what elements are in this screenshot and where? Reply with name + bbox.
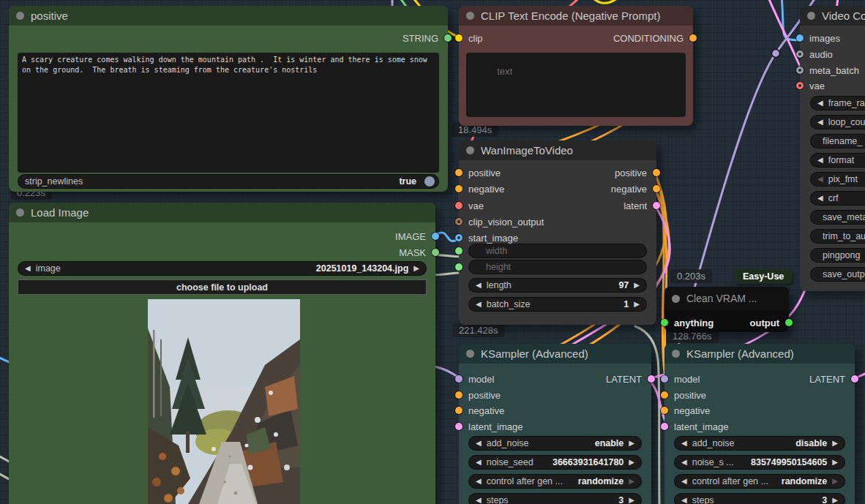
node-load-image-header[interactable]: Load Image [9, 203, 435, 222]
input-slot-audio[interactable] [796, 50, 804, 58]
node-clip-header[interactable]: CLIP Text Encode (Negative Prompt) [459, 6, 693, 26]
combo-left-arrow-icon[interactable]: ◀ [817, 99, 823, 107]
add-noise-widget[interactable]: ◀ add_noise enable ▶ [468, 436, 642, 451]
input-slot-latent-image[interactable] [661, 423, 668, 430]
output-slot-image[interactable] [432, 233, 439, 240]
choose-file-button[interactable]: choose file to upload [18, 279, 427, 295]
combo-left-arrow-icon[interactable]: ◀ [681, 497, 687, 504]
combo-right-arrow-icon[interactable]: ▶ [832, 497, 838, 504]
input-slot-positive[interactable] [455, 391, 463, 399]
combo-left-arrow-icon[interactable]: ◀ [817, 119, 823, 126]
combo-left-arrow-icon[interactable]: ◀ [476, 497, 482, 504]
combo-right-arrow-icon[interactable]: ▶ [832, 478, 838, 485]
combo-right-arrow-icon[interactable]: ▶ [629, 478, 634, 485]
combo-left-arrow-icon[interactable]: ◀ [476, 282, 482, 289]
combo-right-arrow-icon[interactable]: ▶ [832, 459, 838, 466]
steps-widget[interactable]: ◀ steps 3 ▶ [674, 493, 845, 504]
image-combo-widget[interactable]: ◀ image 20251019_143204.jpg ▶ [18, 261, 427, 276]
input-slot-images[interactable] [796, 34, 804, 42]
combo-left-arrow-icon[interactable]: ◀ [476, 478, 482, 485]
node-ksampler2-header[interactable]: KSampler (Advanced) [664, 344, 855, 364]
noise-seed-widget[interactable]: ◀ noise_s ... 835749950154605 ▶ [674, 455, 845, 470]
combo-right-arrow-icon[interactable]: ▶ [629, 440, 634, 447]
collapse-dot-icon[interactable] [16, 208, 24, 217]
node-graph-canvas[interactable]: 0.223s 18.494s 221.428s 0.203s 128.766s … [0, 0, 865, 504]
combo-right-arrow-icon[interactable]: ▶ [629, 459, 634, 466]
output-slot[interactable] [785, 319, 793, 326]
combo-right-arrow-icon[interactable]: ▶ [832, 440, 838, 447]
input-slot-height[interactable] [455, 263, 463, 271]
crf-widget[interactable]: ◀ crf [810, 191, 865, 206]
reroute-dot[interactable] [772, 50, 780, 58]
combo-left-arrow-icon[interactable]: ◀ [476, 459, 482, 466]
noise-seed-widget[interactable]: ◀ noise_seed 36663931641780 ▶ [468, 455, 642, 470]
prompt-textarea[interactable]: A scary creature comes walking down the … [18, 53, 439, 173]
control-after-generate-widget[interactable]: ◀ control after gen ... randomize ▶ [468, 474, 642, 489]
input-slot-latent-image[interactable] [455, 423, 463, 430]
combo-left-arrow-icon[interactable]: ◀ [681, 440, 687, 447]
combo-right-arrow-icon[interactable]: ▶ [634, 282, 640, 289]
length-widget[interactable]: ◀ length 97 ▶ [468, 278, 647, 293]
input-slot-meta-batch[interactable] [796, 67, 804, 74]
input-slot-negative[interactable] [661, 407, 668, 414]
combo-left-arrow-icon[interactable]: ◀ [681, 459, 687, 466]
save-output-widget[interactable]: save_outp [810, 267, 865, 282]
collapse-dot-icon[interactable] [466, 350, 474, 358]
steps-widget[interactable]: ◀ steps 3 ▶ [468, 493, 642, 504]
combo-left-arrow-icon[interactable]: ◀ [25, 265, 31, 272]
save-metadata-widget[interactable]: save_meta [810, 210, 865, 225]
output-slot-string[interactable] [444, 34, 452, 42]
input-slot-model[interactable] [455, 375, 463, 383]
combo-left-arrow-icon[interactable]: ◀ [476, 440, 482, 447]
input-slot-negative[interactable] [455, 407, 463, 414]
output-slot-conditioning[interactable] [689, 34, 697, 42]
filename-prefix-widget[interactable]: filename_ [810, 134, 865, 148]
pingpong-widget[interactable]: pingpong [810, 248, 865, 263]
combo-right-arrow-icon[interactable]: ▶ [413, 265, 419, 272]
pix-fmt-widget[interactable]: ◀ pix_fmt [810, 172, 865, 187]
collapse-dot-icon[interactable] [672, 295, 680, 303]
combo-left-arrow-icon[interactable]: ◀ [817, 176, 823, 183]
input-slot-clip[interactable] [455, 34, 463, 42]
input-slot-negative[interactable] [455, 185, 463, 192]
collapse-dot-icon[interactable] [807, 12, 815, 20]
combo-left-arrow-icon[interactable]: ◀ [476, 301, 482, 308]
input-slot-positive[interactable] [661, 391, 668, 399]
input-slot-positive[interactable] [455, 169, 463, 176]
frame-rate-widget[interactable]: ◀ frame_rat [810, 96, 865, 110]
trim-to-audio-widget[interactable]: trim_to_au [810, 229, 865, 244]
node-ksampler1-header[interactable]: KSampler (Advanced) [459, 344, 651, 364]
add-noise-widget[interactable]: ◀ add_noise disable ▶ [674, 436, 845, 451]
output-slot-negative[interactable] [653, 185, 660, 192]
batch-size-widget[interactable]: ◀ batch_size 1 ▶ [468, 297, 647, 312]
input-slot-vae[interactable] [796, 82, 804, 89]
node-positive-header[interactable]: positive [9, 6, 448, 26]
output-slot-latent[interactable] [851, 375, 858, 383]
combo-right-arrow-icon[interactable]: ▶ [634, 301, 640, 308]
collapse-dot-icon[interactable] [466, 146, 474, 154]
input-slot-model[interactable] [661, 375, 668, 383]
negative-text-textarea[interactable]: text [466, 53, 686, 117]
collapse-dot-icon[interactable] [466, 12, 474, 20]
combo-left-arrow-icon[interactable]: ◀ [681, 478, 687, 485]
node-video-combine-header[interactable]: Video Co [800, 6, 865, 26]
combo-right-arrow-icon[interactable]: ▶ [629, 497, 634, 504]
combo-left-arrow-icon[interactable]: ◀ [817, 195, 823, 202]
combo-left-arrow-icon[interactable]: ◀ [817, 157, 823, 164]
output-slot-latent[interactable] [653, 202, 660, 209]
control-after-generate-widget[interactable]: ◀ control after gen ... randomize ▶ [674, 474, 845, 489]
collapse-dot-icon[interactable] [672, 350, 680, 358]
toggle-knob-icon[interactable] [424, 176, 435, 187]
node-clean-vram-header[interactable]: Clean VRAM ... [664, 287, 789, 310]
input-slot-start-image[interactable] [455, 234, 463, 241]
strip-newlines-toggle[interactable]: strip_newlines true [18, 174, 439, 189]
node-wan-header[interactable]: WanImageToVideo [459, 140, 656, 160]
loop-count-widget[interactable]: ◀ loop_cou [810, 115, 865, 129]
collapse-dot-icon[interactable] [16, 12, 24, 20]
input-slot-width[interactable] [455, 247, 463, 255]
input-slot-clip-vision-output[interactable] [455, 218, 463, 225]
output-slot-positive[interactable] [653, 169, 660, 176]
input-slot-anything[interactable] [661, 319, 668, 326]
output-slot-latent[interactable] [648, 375, 655, 383]
input-slot-vae[interactable] [455, 202, 463, 209]
